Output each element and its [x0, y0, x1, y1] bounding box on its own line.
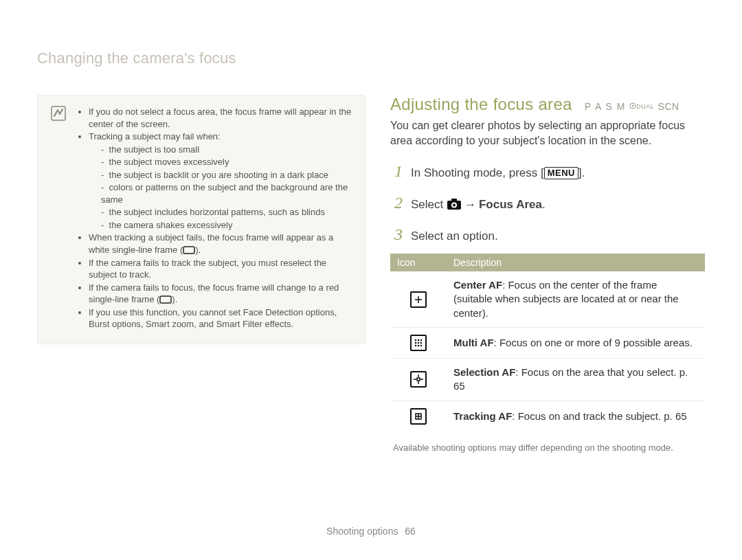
- table-head-icon: Icon: [390, 254, 447, 271]
- text: In Shooting mode, press [: [411, 166, 544, 179]
- svg-rect-2: [160, 296, 171, 303]
- text: ].: [578, 166, 585, 179]
- table-row: Multi AF: Focus on one or more of 9 poss…: [390, 327, 705, 358]
- svg-rect-24: [417, 378, 420, 381]
- af-name: Center AF: [453, 279, 502, 291]
- fail-reason: the subject moves excessively: [101, 156, 352, 168]
- note-item: Tracking a subject may fail when: the su…: [89, 131, 352, 231]
- svg-point-8: [453, 204, 456, 207]
- mode-p: P: [585, 101, 592, 112]
- fail-reason: colors or patterns on the subject and th…: [101, 181, 352, 205]
- table-row: Selection AF: Focus on the area that you…: [390, 359, 705, 401]
- arrow-icon: →: [464, 198, 476, 211]
- steps-list: 1 In Shooting mode, press [MENU]. 2 Sele…: [390, 159, 705, 247]
- step-1: 1 In Shooting mode, press [MENU].: [390, 159, 705, 183]
- af-desc: : Focus on one or more of 9 possible are…: [494, 337, 693, 348]
- icon-cell: [390, 327, 447, 358]
- step-2: 2 Select →Focus Area.: [390, 190, 705, 215]
- page-number: 66: [405, 526, 416, 537]
- af-name: Tracking AF: [453, 410, 512, 422]
- svg-point-13: [420, 339, 423, 341]
- svg-point-17: [415, 345, 417, 347]
- desc-cell: Multi AF: Focus on one or more of 9 poss…: [447, 327, 705, 358]
- text: .: [542, 198, 546, 211]
- fail-reason: the subject includes horizontal patterns…: [101, 206, 352, 219]
- svg-rect-6: [451, 199, 457, 201]
- fail-reason: the camera shakes excessively: [101, 219, 352, 232]
- selection-af-icon: [410, 371, 427, 388]
- focus-area-table: Icon Description Center AF: Focus on the…: [390, 254, 705, 432]
- step-text: Select an option.: [411, 227, 498, 245]
- heading-row: Adjusting the focus area P A S M DUAL SC…: [390, 95, 705, 114]
- desc-cell: Tracking AF: Focus on and track the subj…: [447, 401, 705, 432]
- icon-cell: [390, 271, 447, 327]
- fail-reason: the subject is too small: [101, 144, 352, 156]
- focus-area-label: Focus Area: [479, 198, 542, 211]
- mode-a: A: [595, 101, 602, 112]
- step-text: Select →Focus Area.: [411, 196, 546, 214]
- fail-reason: the subject is backlit or you are shooti…: [101, 169, 352, 181]
- table-head-desc: Description: [447, 254, 705, 271]
- af-desc: : Focus on and track the subject. p. 65: [512, 410, 686, 422]
- svg-rect-1: [183, 247, 194, 254]
- desc-cell: Center AF: Focus on the center of the fr…: [447, 271, 705, 327]
- heading: Adjusting the focus area: [390, 95, 572, 114]
- mode-strip: P A S M DUAL SCN: [585, 101, 679, 112]
- step-number: 1: [390, 159, 403, 183]
- camera-icon: [447, 198, 462, 210]
- step-3: 3 Select an option.: [390, 222, 705, 247]
- right-column: Adjusting the focus area P A S M DUAL SC…: [390, 95, 705, 453]
- svg-point-16: [420, 342, 423, 344]
- mode-dual-icon: [629, 102, 636, 109]
- note-item: If the camera fails to focus, the focus …: [89, 282, 352, 306]
- mode-dual: DUAL: [636, 103, 654, 110]
- multi-af-icon: [410, 335, 427, 351]
- note-box: If you do not select a focus area, the f…: [37, 95, 366, 344]
- mode-s: S: [605, 101, 613, 112]
- page-footer: Shooting options 66: [0, 526, 742, 537]
- footer-label: Shooting options: [326, 526, 398, 537]
- svg-point-15: [418, 342, 420, 344]
- text: Select: [411, 198, 447, 211]
- mode-scn: SCN: [658, 101, 679, 112]
- tracking-af-icon: [410, 408, 427, 425]
- desc-cell: Selection AF: Focus on the area that you…: [447, 359, 705, 401]
- af-name: Multi AF: [453, 337, 494, 348]
- table-row: Tracking AF: Focus on and track the subj…: [390, 401, 705, 432]
- note-text: If the camera fails to focus, the focus …: [89, 282, 339, 305]
- fail-reason-list: the subject is too small the subject mov…: [89, 144, 352, 232]
- svg-point-11: [415, 339, 417, 341]
- svg-point-4: [632, 105, 633, 107]
- note-item: If you do not select a focus area, the f…: [89, 106, 352, 130]
- red-frame-icon: [159, 295, 172, 304]
- note-text: Tracking a subject may fail when:: [89, 131, 221, 142]
- section-title: Changing the camera's focus: [37, 49, 705, 67]
- step-number: 3: [390, 222, 403, 247]
- two-column-layout: If you do not select a focus area, the f…: [37, 95, 705, 453]
- note-list: If you do not select a focus area, the f…: [76, 105, 352, 331]
- step-number: 2: [390, 190, 403, 215]
- mode-m: M: [617, 101, 626, 112]
- note-icon: [50, 105, 67, 122]
- icon-cell: [390, 401, 447, 432]
- note-item: If you use this function, you cannot set…: [89, 306, 352, 331]
- table-footnote: Available shooting options may differ de…: [390, 443, 705, 453]
- svg-point-19: [420, 345, 423, 347]
- note-text: When tracking a subject fails, the focus…: [89, 232, 333, 255]
- note-item: If the camera fails to track the subject…: [89, 257, 352, 281]
- svg-point-14: [415, 342, 417, 344]
- svg-rect-0: [52, 107, 65, 120]
- svg-point-12: [418, 339, 420, 341]
- af-name: Selection AF: [453, 366, 515, 378]
- note-text: ).: [195, 245, 201, 255]
- step-text: In Shooting mode, press [MENU].: [411, 164, 585, 182]
- menu-button-icon: MENU: [544, 167, 578, 179]
- white-frame-icon: [183, 246, 195, 254]
- center-af-icon: [410, 291, 427, 308]
- table-row: Center AF: Focus on the center of the fr…: [390, 271, 705, 327]
- svg-point-18: [418, 345, 420, 347]
- note-item: When tracking a subject fails, the focus…: [89, 232, 352, 256]
- left-column: If you do not select a focus area, the f…: [37, 95, 366, 453]
- intro-text: You can get clearer photos by selecting …: [390, 118, 705, 148]
- note-text: ).: [172, 294, 177, 304]
